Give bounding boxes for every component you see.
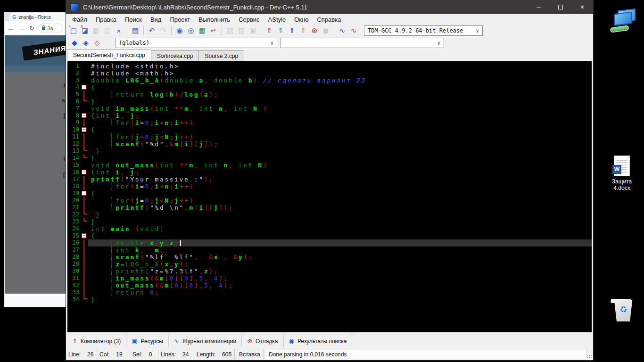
code-text[interactable]: #include <stdio.h> [88, 63, 592, 70]
fold-collapse-icon[interactable]: − [82, 191, 86, 196]
report-tab-Отладка[interactable]: ⊗Отладка [242, 335, 283, 347]
code-line-13[interactable]: 13 } [67, 148, 592, 155]
code-text[interactable]: printf("Your massive :"); [88, 176, 592, 183]
code-text[interactable]: {int i, j; [88, 169, 592, 176]
tab-Sortirovka.cpp[interactable]: Sortirovka.cpp [151, 50, 199, 61]
code-line-18[interactable]: 18 for(i=0;i<n;i++) [67, 183, 592, 190]
code-text[interactable]: z=LOG_b_A(x,y); [88, 261, 592, 268]
find-icon[interactable]: ◉ [174, 25, 185, 36]
menu-Проект[interactable]: Проект [165, 15, 194, 24]
report-tab-Результаты поиска[interactable]: ◉Результаты поиска [284, 335, 353, 347]
code-line-23[interactable]: 23} [67, 218, 592, 225]
run-icon[interactable]: ⇑ [275, 25, 286, 36]
code-text[interactable]: void out_mass(int **m, int n, int N) [88, 162, 592, 169]
code-text[interactable]: return 0; [88, 289, 592, 296]
code-line-21[interactable]: 21 printf("%d \n",m[i][j]); [67, 204, 592, 211]
menu-Выполнить[interactable]: Выполнить [194, 15, 234, 24]
code-text[interactable]: int k, m; [88, 247, 592, 254]
code-text[interactable]: for(i=0;i<n;i++) [88, 183, 592, 190]
tab-SecondSemestr_Funkcii.cpp[interactable]: SecondSemestr_Funkcii.cpp [67, 49, 151, 61]
code-line-8[interactable]: 8−{int i, j; [67, 112, 592, 119]
fold-gutter[interactable]: − [81, 126, 88, 133]
menu-Справка[interactable]: Справка [313, 15, 345, 24]
menu-Поиск[interactable]: Поиск [121, 15, 146, 24]
class-goto-icon[interactable]: ◇ [91, 38, 103, 48]
new-file-icon[interactable]: ▢* [68, 25, 79, 36]
code-text[interactable]: int main (void) [88, 225, 592, 232]
profile-delete-icon[interactable]: ∿ [348, 25, 359, 36]
fold-collapse-icon[interactable]: − [82, 170, 86, 174]
menu-Правка[interactable]: Правка [91, 15, 121, 24]
replace-icon[interactable]: ◎ [185, 25, 197, 36]
code-line-27[interactable]: 27 int k, m; [67, 247, 592, 254]
fold-gutter[interactable]: − [81, 169, 88, 176]
code-line-1[interactable]: 1#include <stdio.h> [67, 63, 592, 70]
code-line-33[interactable]: 33 return 0; [67, 289, 592, 296]
menu-Окно[interactable]: Окно [290, 15, 313, 24]
code-line-6[interactable]: 6} [67, 98, 592, 105]
compiler-combobox[interactable]: TDM-GCC 4.9.2 64-bit Release∨ [364, 25, 483, 36]
fold-gutter[interactable]: − [81, 190, 88, 197]
fold-collapse-icon[interactable]: − [82, 127, 86, 132]
open-file-icon[interactable]: ◪⇑ [79, 25, 91, 36]
menu-Вид[interactable]: Вид [146, 15, 166, 24]
code-line-30[interactable]: 30 printf("z=%7.3lf",z); [67, 268, 592, 275]
code-line-34[interactable]: 34} [67, 296, 592, 303]
title-bar[interactable]: C:\Users\German\Desktop\ \LabRabs\Second… [66, 0, 593, 14]
code-line-16[interactable]: 16−{int i, j; [67, 169, 592, 176]
back-icon[interactable]: ← [8, 24, 15, 32]
fold-collapse-icon[interactable]: − [82, 233, 86, 238]
recycle-bin-icon[interactable]: ♻ [609, 299, 637, 328]
goto-function-icon[interactable]: ▦ [197, 25, 208, 36]
editor-code[interactable]: 1#include <stdio.h>2#include <math.h>3do… [67, 61, 592, 333]
code-text[interactable]: #include <math.h> [88, 70, 592, 77]
code-text[interactable]: { [88, 84, 592, 91]
close-button[interactable]: × [571, 0, 593, 14]
reload-icon[interactable]: ↻ [29, 25, 34, 32]
compile-icon[interactable]: ⇑ [264, 25, 275, 36]
compile-run-icon[interactable]: ⇑ [286, 25, 297, 36]
menu-Файл[interactable]: Файл [68, 15, 91, 24]
code-text[interactable]: return log(b)/log(a); [88, 91, 592, 98]
code-line-10[interactable]: 10−{ [67, 126, 592, 133]
code-line-11[interactable]: 11 for(j=0;j<N;j++) [67, 133, 592, 140]
code-text[interactable]: in_mass(&m[0][0],5, 4); [88, 275, 592, 282]
code-text[interactable]: double x,y,z; [88, 239, 592, 247]
minimize-button[interactable]: – [528, 0, 550, 14]
profile-icon[interactable]: ∿ [337, 25, 348, 36]
code-text[interactable]: out_mass(&m[0][0],5, 4); [88, 282, 592, 289]
fold-gutter[interactable]: − [81, 112, 88, 119]
resize-grip-icon[interactable] [587, 354, 592, 359]
members-combobox[interactable]: ∨ [280, 38, 444, 48]
code-text[interactable]: { [88, 232, 592, 239]
code-line-32[interactable]: 32 out_mass(&m[0][0],5, 4); [67, 282, 592, 289]
menu-Сервис[interactable]: Сервис [234, 15, 264, 24]
code-text[interactable]: for(i=0;i<n;i++) [88, 119, 592, 126]
code-text[interactable]: } [88, 148, 592, 155]
code-line-25[interactable]: 25−{ [67, 232, 592, 239]
address-bar[interactable]: За [38, 24, 63, 33]
code-line-4[interactable]: 4−{ [67, 84, 592, 91]
code-line-17[interactable]: 17printf("Your massive :"); [67, 176, 592, 183]
browser-tab[interactable]: G znanija - Поиск [9, 13, 66, 21]
code-text[interactable]: printf("z=%7.3lf",z); [88, 268, 592, 275]
goto-line-icon[interactable]: ↵ [208, 25, 219, 36]
close-file-icon[interactable]: × [113, 25, 124, 36]
debug-toolbar-icon[interactable]: ⊗ [309, 25, 320, 36]
code-text[interactable]: {int i, j; [88, 112, 592, 119]
code-text[interactable]: } [88, 218, 592, 225]
report-tab-Компилятор (3)[interactable]: ⇑Компилятор (3) [67, 335, 126, 347]
code-text[interactable]: { [88, 126, 592, 133]
code-text[interactable]: { [88, 190, 592, 197]
code-line-24[interactable]: 24int main (void) [67, 225, 592, 232]
desktop-word-doc-icon[interactable]: W Защита 4.docx [606, 156, 637, 191]
code-text[interactable]: for(j=0;j<N;j++) [88, 197, 592, 204]
fold-gutter[interactable]: − [81, 84, 88, 91]
code-text[interactable]: } [88, 296, 592, 303]
code-line-31[interactable]: 31 in_mass(&m[0][0],5, 4); [67, 275, 592, 282]
report-tab-Журнал компиляции[interactable]: ∿Журнал компиляции [169, 335, 242, 347]
znanija-logo[interactable]: ЗНАНИЯ [22, 39, 66, 61]
code-text[interactable]: double LOG_b_A(double a, double b) // сд… [88, 77, 592, 84]
code-line-15[interactable]: 15void out_mass(int **m, int n, int N) [67, 162, 592, 169]
undo-icon[interactable]: ↶ [146, 25, 157, 36]
